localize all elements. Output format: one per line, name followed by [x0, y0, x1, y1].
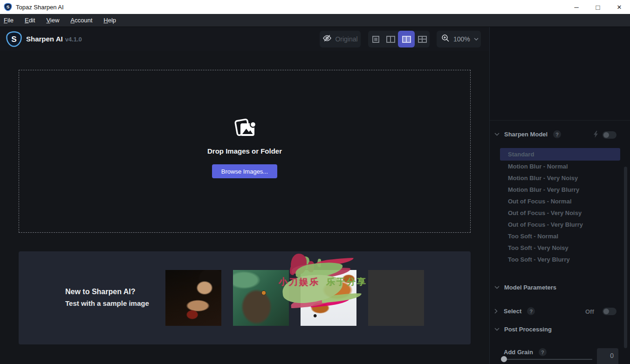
add-grain-row: Add Grain ? [504, 348, 547, 356]
add-grain-label: Add Grain [504, 349, 533, 356]
image-drop-zone[interactable]: Drop Images or Folder Browse Images... [19, 70, 471, 233]
chevron-down-icon [474, 38, 479, 40]
menu-help[interactable]: Help [98, 14, 122, 27]
menu-account[interactable]: Account [65, 14, 98, 27]
model-item-out-of-focus-very-blurry[interactable]: Out of Focus - Very Blurry [500, 219, 620, 230]
app-header: S Sharpen AIv4.1.0 Original [0, 27, 489, 51]
select-section-header[interactable]: Select ? [494, 307, 535, 315]
view-mode-group [368, 31, 430, 47]
model-item-too-soft-very-noisy[interactable]: Too Soft - Very Noisy [500, 242, 620, 254]
select-off-label: Off [585, 308, 594, 315]
settings-sidebar: Sharpen Model ? Standard Motion Blur - N… [489, 27, 630, 364]
side-by-side-view-icon [402, 36, 411, 43]
add-grain-slider-handle[interactable] [501, 356, 507, 362]
images-icon [233, 118, 257, 142]
sample-image-owl[interactable] [233, 270, 289, 326]
view-mode-single-button[interactable] [368, 31, 383, 47]
select-help-icon[interactable]: ? [527, 307, 535, 315]
single-view-icon [372, 36, 379, 43]
menu-edit[interactable]: Edit [19, 14, 41, 27]
post-processing-section-header[interactable]: Post Processing [494, 326, 552, 333]
add-grain-help-icon[interactable]: ? [539, 348, 547, 356]
svg-text:S: S [7, 4, 10, 9]
eye-off-icon [322, 34, 332, 44]
maximize-button[interactable]: □ [587, 0, 609, 14]
sharpen-model-section-header[interactable]: Sharpen Model ? [494, 130, 561, 138]
svg-text:S: S [11, 34, 16, 44]
model-item-out-of-focus-very-noisy[interactable]: Out of Focus - Very Noisy [500, 207, 620, 219]
split-view-icon [386, 36, 395, 43]
sharpen-ai-logo-icon: S [6, 31, 22, 47]
page-title: Sharpen AIv4.1.0 [26, 35, 82, 43]
menu-file[interactable]: File [0, 14, 19, 27]
sample-panel-text: New to Sharpen AI? Test with a sample im… [65, 288, 149, 307]
model-item-too-soft-normal[interactable]: Too Soft - Normal [500, 230, 620, 242]
post-processing-label: Post Processing [504, 326, 552, 333]
show-original-button[interactable]: Original [320, 31, 361, 47]
chevron-down-icon [494, 133, 500, 136]
zoom-in-magnifier-icon [441, 34, 450, 44]
sample-image-fox[interactable] [301, 270, 356, 326]
sample-panel-heading: New to Sharpen AI? [65, 288, 149, 296]
view-mode-quad-button[interactable] [415, 31, 430, 47]
model-item-motion-blur-very-noisy[interactable]: Motion Blur - Very Noisy [500, 172, 620, 184]
model-parameters-section-header[interactable]: Model Parameters [494, 284, 556, 291]
sidebar-divider [490, 120, 630, 121]
sample-panel-subheading: Test with a sample image [65, 299, 149, 307]
app-name: Sharpen AI [26, 35, 63, 43]
sample-images-panel: New to Sharpen AI? Test with a sample im… [19, 251, 471, 344]
drop-zone-title: Drop Images or Folder [207, 147, 282, 155]
zoom-control[interactable]: 100% [437, 31, 481, 47]
sharpen-model-help-icon[interactable]: ? [553, 130, 561, 138]
chevron-right-icon [494, 309, 498, 314]
app-version: v4.1.0 [65, 36, 82, 43]
model-item-out-of-focus-normal[interactable]: Out of Focus - Normal [500, 195, 620, 207]
sidebar-scrollbar[interactable] [624, 167, 627, 348]
select-toggle[interactable] [603, 308, 616, 315]
view-mode-split-button[interactable] [383, 31, 398, 47]
sample-image-portrait[interactable] [165, 270, 221, 326]
window-title: Topaz Sharpen AI [16, 4, 64, 11]
quad-view-icon [418, 36, 427, 43]
model-parameters-label: Model Parameters [504, 284, 556, 291]
select-label: Select [504, 308, 521, 315]
menu-view[interactable]: View [41, 14, 65, 27]
model-item-motion-blur-normal[interactable]: Motion Blur - Normal [500, 161, 620, 172]
model-item-standard[interactable]: Standard [500, 148, 620, 161]
add-grain-slider-track[interactable] [504, 359, 592, 360]
close-button[interactable]: ✕ [609, 0, 630, 14]
app-window: S Topaz Sharpen AI ─ □ ✕ File Edit View … [0, 0, 630, 364]
minimize-button[interactable]: ─ [566, 0, 587, 14]
sharpen-model-label: Sharpen Model [504, 131, 548, 138]
auto-model-toggle[interactable] [603, 131, 616, 139]
original-button-label: Original [335, 35, 357, 43]
menu-bar: File Edit View Account Help [0, 14, 630, 27]
app-logo-icon: S [4, 3, 12, 11]
chevron-down-icon [494, 286, 500, 289]
view-mode-side-by-side-button[interactable] [398, 31, 415, 47]
browse-images-button[interactable]: Browse Images... [212, 164, 277, 178]
sample-image-car[interactable] [368, 270, 424, 326]
lightning-bolt-icon [593, 131, 598, 140]
add-grain-value-field[interactable]: 0 [597, 348, 618, 364]
model-item-too-soft-very-blurry[interactable]: Too Soft - Very Blurry [500, 254, 620, 265]
chevron-down-icon [494, 328, 500, 331]
titlebar: S Topaz Sharpen AI ─ □ ✕ [0, 0, 630, 14]
model-item-motion-blur-very-blurry[interactable]: Motion Blur - Very Blurry [500, 184, 620, 195]
zoom-level: 100% [453, 35, 470, 43]
